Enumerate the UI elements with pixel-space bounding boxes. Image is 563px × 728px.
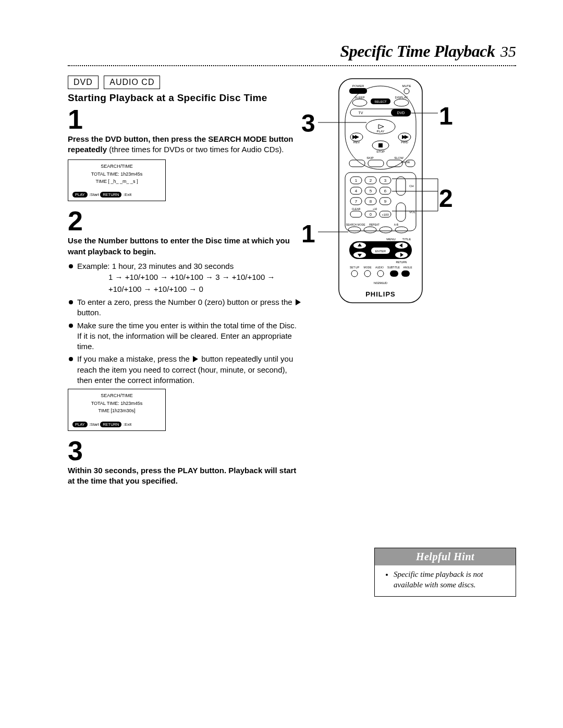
callout-1-left: 1: [301, 219, 315, 248]
manual-page: Specific Time Playback 35 DVD AUDIO CD S…: [0, 0, 563, 628]
page-number: 35: [500, 43, 516, 60]
helpful-hint-box: Helpful Hint Specific time playback is n…: [374, 548, 516, 597]
svg-text:SEARCH MODE: SEARCH MODE: [346, 223, 365, 226]
svg-text:5: 5: [370, 189, 372, 193]
svg-text:CLEAR: CLEAR: [352, 207, 361, 211]
svg-text:+10: +10: [373, 207, 377, 211]
svg-text:2: 2: [370, 178, 372, 183]
callout-2-right: 2: [439, 184, 453, 213]
step2-bullets: Example: 1 hour, 23 minutes and 30 secon…: [68, 261, 302, 386]
bullet-example: Example: 1 hour, 23 minutes and 30 secon…: [68, 261, 302, 295]
badge-audio-cd: AUDIO CD: [104, 76, 160, 89]
svg-text:0: 0: [370, 213, 372, 216]
pill-play-2: PLAY: [72, 422, 88, 427]
svg-text:SET UP: SET UP: [350, 266, 360, 269]
hint-title: Helpful Hint: [375, 548, 516, 565]
disc-type-badges: DVD AUDIO CD: [68, 76, 302, 89]
illustration-column: 3 1 1 2 POWER MUTE SLEEP: [318, 76, 516, 597]
play-icon: [193, 356, 198, 362]
pill-play-1: PLAY: [72, 192, 88, 198]
content-column: DVD AUDIO CD Starting Playback at a Spec…: [68, 76, 302, 490]
svg-text:8: 8: [370, 199, 372, 204]
remote-illustration: 3 1 1 2 POWER MUTE SLEEP: [318, 76, 495, 326]
badge-dvd: DVD: [68, 76, 99, 89]
callout-1-right: 1: [439, 102, 453, 130]
bullet-within-total: Make sure the time you enter is within t…: [68, 320, 302, 352]
example-sequence: 1 → +10/+100 → +10/+100 → 3 → +10/+100 →…: [108, 272, 302, 295]
svg-text:AUDIO: AUDIO: [375, 266, 384, 269]
dotted-rule: [68, 65, 516, 66]
svg-text:6: 6: [384, 189, 387, 193]
svg-text:MENU: MENU: [386, 238, 396, 241]
hint-body: Specific time playback is not available …: [375, 565, 516, 596]
svg-text:SELECT: SELECT: [374, 100, 387, 103]
svg-text:SKIP: SKIP: [366, 156, 374, 159]
svg-rect-28: [378, 143, 383, 147]
svg-text:SLOW: SLOW: [394, 156, 403, 159]
svg-text:4: 4: [355, 189, 358, 193]
svg-text:PHILIPS: PHILIPS: [365, 290, 396, 298]
svg-text:A-B: A-B: [394, 223, 399, 226]
svg-text:FWD: FWD: [401, 141, 408, 144]
svg-text:ENTER: ENTER: [375, 250, 386, 253]
svg-text:REPEAT: REPEAT: [369, 223, 380, 226]
osd-box-1: SEARCH/TIME TOTAL TIME: 1h23m45s TIME [ …: [68, 159, 166, 202]
page-header: Specific Time Playback 35: [68, 42, 516, 61]
pill-return-2: RETURN: [100, 422, 121, 427]
remote-svg: POWER MUTE SLEEP SELECT DISPLAY TV DVD: [318, 76, 454, 326]
svg-text:STOP: STOP: [376, 150, 385, 153]
osd1-total: TOTAL TIME: 1h23m45s: [72, 171, 161, 177]
bullet-zero: To enter a zero, press the Number 0 (zer…: [68, 297, 302, 318]
step3-text: Within 30 seconds, press the PLAY button…: [68, 465, 302, 487]
step2-bold: Use the Number buttons to enter the Disc…: [68, 236, 290, 255]
step2-text: Use the Number buttons to enter the Disc…: [68, 236, 302, 257]
svg-text:TITLE: TITLE: [402, 238, 411, 241]
svg-text:+100: +100: [382, 213, 389, 216]
svg-text:ANGLE: ANGLE: [403, 266, 413, 269]
svg-text:9: 9: [384, 199, 387, 204]
step1-text: Press the DVD button, then press the SEA…: [68, 134, 302, 155]
svg-text:MUTE: MUTE: [402, 84, 411, 88]
svg-text:7: 7: [355, 199, 358, 204]
play-icon: [296, 299, 301, 305]
svg-text:SUBTITLE: SUBTITLE: [387, 266, 400, 269]
svg-rect-97: [401, 270, 410, 277]
svg-text:CH: CH: [409, 184, 414, 188]
svg-text:MODE: MODE: [364, 266, 372, 269]
svg-text:3: 3: [384, 178, 387, 183]
callout-3: 3: [301, 109, 315, 138]
osd2-footer: PLAY :Start RETURN :Exit: [72, 422, 161, 427]
osd1-time: TIME [ _h_ _m_ _s ]: [72, 178, 161, 184]
hint-item: Specific time playback is not available …: [394, 570, 508, 590]
osd2-total: TOTAL TIME: 1h23m45s: [72, 400, 161, 406]
step3-bold: Within 30 seconds, press the PLAY button…: [68, 466, 296, 485]
step1-rest: (three times for DVDs or two times for A…: [107, 145, 284, 154]
section-title: Starting Playback at a Specific Disc Tim…: [68, 92, 302, 104]
svg-rect-2: [349, 88, 367, 94]
bullet-mistake: If you make a mistake, press the button …: [68, 354, 302, 386]
osd1-footer: PLAY :Start RETURN :Exit: [72, 192, 161, 198]
page-title: Specific Time Playback: [340, 42, 495, 60]
svg-rect-96: [390, 270, 398, 277]
osd1-title: SEARCH/TIME: [72, 163, 161, 169]
step-number-2: 2: [68, 207, 302, 235]
pill-return-1: RETURN: [100, 192, 121, 198]
osd-box-2: SEARCH/TIME TOTAL TIME: 1h23m45s TIME [1…: [68, 389, 166, 431]
svg-text:PLAY: PLAY: [377, 130, 385, 133]
svg-text:N0296UD: N0296UD: [374, 281, 388, 285]
osd2-title: SEARCH/TIME: [72, 392, 161, 399]
step-number-3: 3: [68, 437, 302, 464]
osd2-time: TIME [1h23m30s]: [72, 408, 161, 414]
svg-text:RETURN: RETURN: [396, 261, 407, 264]
svg-text:SLEEP: SLEEP: [354, 96, 364, 99]
svg-text:POWER: POWER: [352, 84, 364, 88]
step-number-1: 1: [68, 106, 302, 133]
svg-text:DISPLAY: DISPLAY: [395, 96, 408, 99]
svg-text:1: 1: [355, 178, 358, 183]
svg-text:DVD: DVD: [397, 111, 405, 115]
svg-text:REV: REV: [353, 141, 360, 144]
svg-text:TV: TV: [359, 111, 363, 115]
